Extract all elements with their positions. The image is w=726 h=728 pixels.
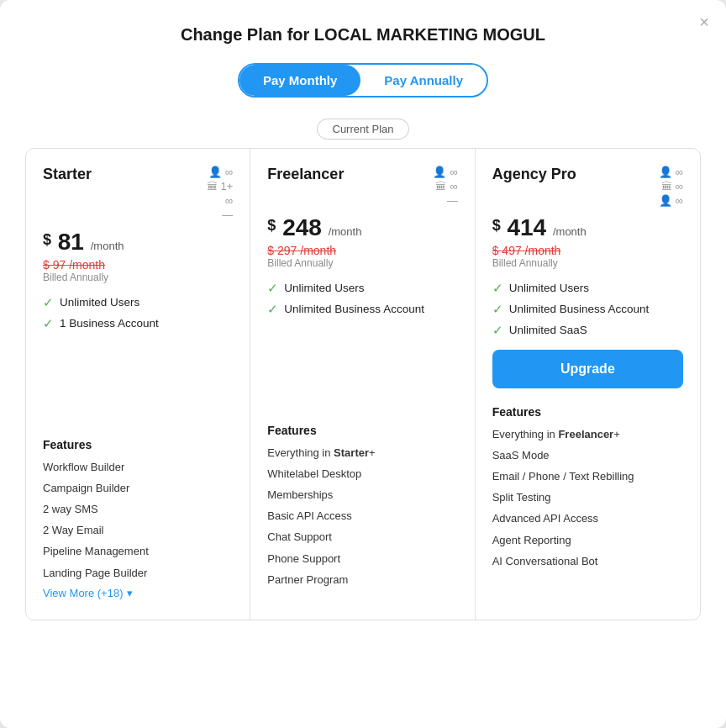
feature-line: Whitelabel Desktop <box>267 467 457 482</box>
feature-line: 2 Way Email <box>43 523 233 538</box>
infinity-icon: ∞ <box>676 180 683 193</box>
infinity-icon: ∞ <box>450 180 457 193</box>
change-plan-modal: × Change Plan for LOCAL MARKETING MOGUL … <box>0 0 726 728</box>
starter-billed: Billed Annually <box>43 272 233 283</box>
feature-line: Email / Phone / Text Rebilling <box>492 469 683 484</box>
infinity-icon: ∞ <box>450 166 457 178</box>
feature-line: Split Testing <box>492 490 683 505</box>
pay-annually-button[interactable]: Pay Annually <box>360 65 487 96</box>
building-icon: 🏛 <box>661 180 672 193</box>
check-icon: ✓ <box>267 302 278 317</box>
user-icon: 👤 <box>433 166 446 178</box>
close-button[interactable]: × <box>699 13 709 30</box>
dash-icon: — <box>222 208 233 221</box>
agency-pro-check-features: ✓ Unlimited Users ✓ Unlimited Business A… <box>492 281 683 338</box>
agency-pro-billed: Billed Annually <box>492 257 683 269</box>
one-plus-icon: 1+ <box>221 180 234 193</box>
feature-line: Workflow Builder <box>43 460 233 475</box>
freelancer-plan-name: Freelancer <box>267 166 344 183</box>
freelancer-features-title: Features <box>267 424 457 437</box>
feature-line: AI Conversational Bot <box>492 554 683 569</box>
billing-toggle: Pay Monthly Pay Annually <box>25 63 701 98</box>
check-icon: ✓ <box>492 323 503 338</box>
feature-item: ✓ Unlimited SaaS <box>492 323 683 338</box>
infinity-icon-2: ∞ <box>225 194 233 207</box>
feature-line: Everything in Freelancer+ <box>492 427 683 442</box>
chevron-down-icon: ▾ <box>127 587 133 599</box>
feature-item: ✓ Unlimited Users <box>267 281 457 296</box>
agency-pro-features-title: Features <box>492 405 683 419</box>
starter-features-title: Features <box>43 438 233 451</box>
feature-line: Agent Reporting <box>492 533 683 548</box>
dash-icon: — <box>447 194 458 207</box>
user-icon: 👤 <box>208 166 222 178</box>
check-icon: ✓ <box>43 295 54 310</box>
feature-line: Advanced API Access <box>492 511 683 526</box>
building-icon: 🏛 <box>207 180 218 193</box>
infinity-icon: ∞ <box>676 166 683 178</box>
feature-line: Memberships <box>267 488 457 503</box>
building-icon: 🏛 <box>435 180 446 193</box>
pay-monthly-button[interactable]: Pay Monthly <box>239 65 360 96</box>
plan-card-freelancer: Freelancer 👤 ∞ 🏛 ∞ — $ 2 <box>250 149 475 620</box>
feature-line: Landing Page Builder <box>43 566 233 581</box>
feature-line: Basic API Access <box>267 509 457 524</box>
check-icon: ✓ <box>267 281 278 296</box>
modal-title: Change Plan for LOCAL MARKETING MOGUL <box>25 25 701 45</box>
feature-item: ✓ Unlimited Users <box>492 281 683 296</box>
feature-line: Partner Program <box>267 572 457 588</box>
feature-line: Campaign Builder <box>43 481 233 496</box>
saas-icon: 👤 <box>659 194 672 207</box>
freelancer-original-price: $ 297 /month <box>267 244 457 257</box>
agency-pro-icons: 👤 ∞ 🏛 ∞ 👤 ∞ <box>659 166 683 207</box>
feature-line: 2 way SMS <box>43 502 233 517</box>
feature-item: ✓ 1 Business Account <box>43 316 233 331</box>
agency-pro-plan-name: Agency Pro <box>492 166 576 183</box>
freelancer-price: $ 248 /month <box>267 214 457 242</box>
starter-plan-name: Starter <box>43 166 92 183</box>
feature-line: Phone Support <box>267 551 457 567</box>
starter-original-price: $ 97 /month <box>43 258 233 272</box>
plans-grid: Starter 👤 ∞ 🏛 1+ ∞ — <box>25 148 701 620</box>
starter-check-features: ✓ Unlimited Users ✓ 1 Business Account <box>43 295 233 331</box>
infinity-icon: ∞ <box>676 194 683 207</box>
freelancer-icons: 👤 ∞ 🏛 ∞ — <box>433 166 457 207</box>
agency-pro-original-price: $ 497 /month <box>492 244 683 257</box>
user-icon: 👤 <box>659 166 672 178</box>
infinity-icon-1: ∞ <box>225 166 233 178</box>
feature-item: ✓ Unlimited Users <box>43 295 233 310</box>
check-icon: ✓ <box>43 316 54 331</box>
check-icon: ✓ <box>492 281 503 296</box>
feature-item: ✓ Unlimited Business Account <box>267 302 457 317</box>
check-icon: ✓ <box>492 302 503 317</box>
feature-line: Chat Support <box>267 530 457 545</box>
current-plan-label: Current Plan <box>25 121 701 136</box>
view-more-button[interactable]: View More (+18) ▾ <box>43 587 133 599</box>
starter-icons: 👤 ∞ 🏛 1+ ∞ — <box>207 166 234 221</box>
feature-line: Everything in Starter+ <box>267 446 457 461</box>
plan-card-starter: Starter 👤 ∞ 🏛 1+ ∞ — <box>26 149 250 620</box>
plan-card-agency-pro: Agency Pro 👤 ∞ 🏛 ∞ 👤 ∞ <box>476 149 700 620</box>
feature-item: ✓ Unlimited Business Account <box>492 302 683 317</box>
feature-line: SaaS Mode <box>492 448 683 463</box>
feature-line: Pipeline Management <box>43 544 233 559</box>
freelancer-check-features: ✓ Unlimited Users ✓ Unlimited Business A… <box>267 281 457 317</box>
starter-price: $ 81 /month <box>43 228 233 256</box>
agency-pro-price: $ 414 /month <box>492 214 683 242</box>
upgrade-button[interactable]: Upgrade <box>492 350 683 388</box>
freelancer-billed: Billed Annually <box>267 257 457 269</box>
